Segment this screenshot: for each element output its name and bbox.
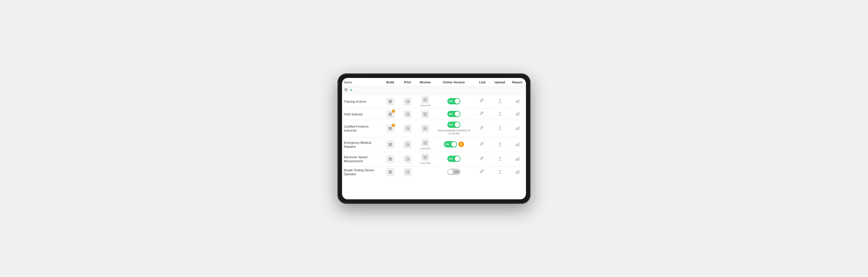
link-icon[interactable] — [480, 143, 485, 147]
report-icon[interactable] — [515, 170, 520, 175]
upload-icon[interactable] — [498, 143, 502, 147]
upload-icon[interactable] — [498, 127, 502, 131]
cell-build-field-sobriety[interactable]: ! — [381, 109, 399, 119]
upload-icon[interactable] — [498, 112, 502, 117]
build-icon[interactable] — [386, 155, 394, 163]
report-icon[interactable] — [515, 158, 520, 162]
print-icon[interactable] — [404, 111, 411, 118]
cell-print-electronic-speed-measurement[interactable] — [399, 152, 416, 166]
online-toggle[interactable]: ON — [444, 141, 457, 147]
cell-link-field-sobriety[interactable] — [474, 109, 491, 119]
print-icon[interactable] — [404, 168, 411, 176]
print-icon[interactable] — [404, 98, 411, 105]
review-icon[interactable] — [422, 96, 429, 103]
print-icon[interactable] — [404, 141, 411, 148]
online-toggle[interactable]: ON — [447, 98, 460, 104]
cell-print-field-sobriety[interactable] — [399, 109, 416, 119]
online-toggle[interactable]: ON — [447, 155, 460, 162]
toggle-container[interactable]: ON — [447, 111, 460, 117]
upload-arrow-icon — [498, 126, 502, 130]
cell-review-emergency-medical-dispatch[interactable]: unscored — [416, 138, 434, 152]
cell-review-training-of-arms[interactable]: unscored — [416, 94, 434, 109]
review-icon[interactable] — [422, 139, 429, 147]
online-toggle[interactable]: ON — [447, 122, 460, 128]
review-icon[interactable] — [422, 111, 429, 118]
review-icon[interactable] — [422, 154, 429, 161]
cell-online-certified-firearms-instructor[interactable]: ON Last un-paused 1/19/2021 at 12:24 PM — [434, 119, 473, 137]
print-icon[interactable] — [404, 155, 411, 163]
online-toggle[interactable]: OFF — [447, 169, 460, 175]
cell-online-electronic-speed-measurement[interactable]: ON — [434, 152, 473, 166]
report-icon[interactable] — [515, 127, 520, 131]
cell-upload-certified-firearms-instructor[interactable] — [491, 119, 509, 137]
link-icon[interactable] — [480, 100, 485, 104]
cell-upload-electronic-speed-measurement[interactable] — [491, 152, 509, 166]
cell-build-emergency-medical-dispatch[interactable] — [381, 138, 399, 152]
cell-review-electronic-speed-measurement[interactable]: unscored — [416, 152, 434, 166]
build-icon[interactable] — [386, 98, 394, 105]
build-icon[interactable] — [386, 141, 394, 148]
cell-link-training-of-arms[interactable] — [474, 94, 491, 109]
printer-icon — [405, 170, 410, 174]
upload-icon[interactable] — [498, 158, 502, 162]
svg-rect-71 — [518, 143, 519, 146]
cell-online-breath-testing-device-operator[interactable]: OFF — [434, 166, 473, 178]
cell-report-field-sobriety[interactable] — [509, 109, 526, 119]
cell-link-emergency-medical-dispatch[interactable] — [474, 138, 491, 152]
review-grid-icon — [423, 127, 427, 130]
report-icon[interactable] — [515, 112, 520, 117]
cell-link-breath-testing-device-operator[interactable] — [474, 166, 491, 178]
pause-icon[interactable]: ⏸ — [458, 141, 464, 147]
link-icon[interactable] — [480, 112, 485, 117]
link-icon[interactable] — [480, 158, 485, 162]
svg-rect-48 — [426, 127, 427, 128]
cell-online-emergency-medical-dispatch[interactable]: ON ⏸ — [434, 138, 473, 152]
cell-link-certified-firearms-instructor[interactable] — [474, 119, 491, 137]
toggle-label: ON — [449, 112, 453, 115]
cell-upload-emergency-medical-dispatch[interactable] — [491, 138, 509, 152]
cell-upload-field-sobriety[interactable] — [491, 109, 509, 119]
toggle-container[interactable]: ON — [447, 98, 460, 104]
cell-build-breath-testing-device-operator[interactable] — [381, 166, 399, 178]
toggle-container[interactable]: OFF — [447, 169, 460, 175]
build-icon-wrap[interactable]: ! — [386, 111, 394, 118]
review-grid-icon — [423, 98, 427, 102]
build-icon-wrap[interactable]: ! — [386, 125, 394, 132]
toggle-container[interactable]: ON — [447, 122, 460, 128]
online-toggle[interactable]: ON — [447, 111, 460, 117]
review-icon[interactable] — [422, 125, 429, 132]
cell-name-emergency-medical-dispatch: Emergency Medical Dispatch — [342, 138, 381, 152]
cell-print-emergency-medical-dispatch[interactable] — [399, 138, 416, 152]
cell-review-breath-testing-device-operator[interactable] — [416, 166, 434, 178]
cell-online-training-of-arms[interactable]: ON — [434, 94, 473, 109]
cell-print-certified-firearms-instructor[interactable] — [399, 119, 416, 137]
report-icon[interactable] — [515, 100, 520, 104]
link-icon[interactable] — [480, 127, 485, 131]
cell-upload-breath-testing-device-operator[interactable] — [491, 166, 509, 178]
sort-icon[interactable] — [349, 89, 353, 92]
link-icon[interactable] — [480, 170, 485, 175]
cell-report-training-of-arms[interactable] — [509, 94, 526, 109]
cell-online-field-sobriety[interactable]: ON — [434, 109, 473, 119]
cell-build-training-of-arms[interactable] — [381, 94, 399, 109]
cell-print-breath-testing-device-operator[interactable] — [399, 166, 416, 178]
cell-build-certified-firearms-instructor[interactable]: ! — [381, 119, 399, 137]
cell-review-certified-firearms-instructor[interactable] — [416, 119, 434, 137]
cell-print-training-of-arms[interactable] — [399, 94, 416, 109]
cell-link-electronic-speed-measurement[interactable] — [474, 152, 491, 166]
upload-icon[interactable] — [498, 100, 502, 104]
cell-report-breath-testing-device-operator[interactable] — [509, 166, 526, 178]
toggle-container[interactable]: ON — [447, 155, 460, 162]
cell-report-certified-firearms-instructor[interactable] — [509, 119, 526, 137]
cell-upload-training-of-arms[interactable] — [491, 94, 509, 109]
cell-report-emergency-medical-dispatch[interactable] — [509, 138, 526, 152]
build-icon[interactable] — [386, 168, 394, 176]
upload-icon[interactable] — [498, 170, 502, 175]
print-icon[interactable] — [404, 125, 411, 132]
filter-icon[interactable] — [344, 88, 348, 93]
report-icon[interactable] — [515, 143, 520, 147]
cell-report-electronic-speed-measurement[interactable] — [509, 152, 526, 166]
toggle-container[interactable]: ON ⏸ — [444, 141, 464, 147]
cell-review-field-sobriety[interactable] — [416, 109, 434, 119]
cell-build-electronic-speed-measurement[interactable] — [381, 152, 399, 166]
